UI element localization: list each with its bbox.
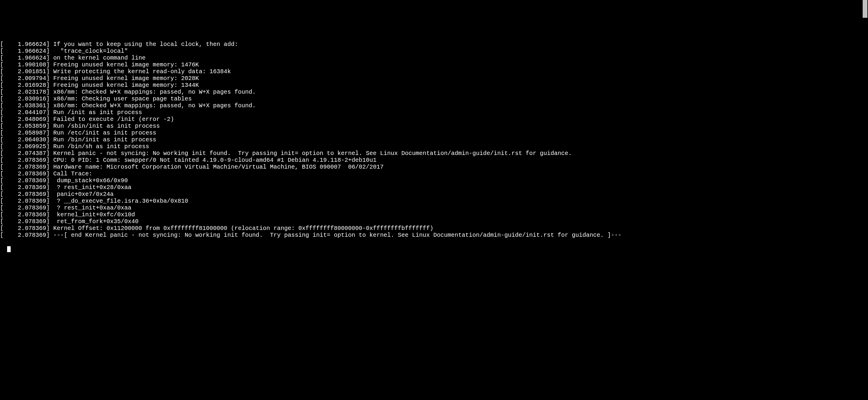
log-line: [ 2.064030] Run /bin/init as init proces… bbox=[0, 136, 868, 143]
log-line: [ 2.078369] ret_from_fork+0x35/0x40 bbox=[0, 218, 868, 225]
log-line: [ 2.009794] Freeing unused kernel image … bbox=[0, 75, 868, 82]
log-line: [ 2.078369] Kernel Offset: 0x11200000 fr… bbox=[0, 225, 868, 232]
cursor bbox=[7, 246, 11, 252]
log-line: [ 2.069925] Run /bin/sh as init process bbox=[0, 143, 868, 150]
log-line: [ 2.053859] Run /sbin/init as init proce… bbox=[0, 123, 868, 130]
log-line: [ 2.016928] Freeing unused kernel image … bbox=[0, 82, 868, 89]
log-line: [ 2.078369] ? rest_init+0xaa/0xaa bbox=[0, 204, 868, 211]
log-line: [ 2.078369] kernel_init+0xfc/0x10d bbox=[0, 211, 868, 218]
log-line: [ 2.001851] Write protecting the kernel … bbox=[0, 68, 868, 75]
log-line: [ 2.038361] x86/mm: Checked W+X mappings… bbox=[0, 102, 868, 109]
log-line: [ 2.078369] CPU: 0 PID: 1 Comm: swapper/… bbox=[0, 157, 868, 164]
log-line: [ 2.078369] dump_stack+0x66/0x90 bbox=[0, 177, 868, 184]
log-line: [ 1.990108] Freeing unused kernel image … bbox=[0, 61, 868, 68]
log-line: [ 2.078369] Hardware name: Microsoft Cor… bbox=[0, 164, 868, 170]
log-line: [ 1.966624] "trace_clock=local" bbox=[0, 48, 868, 55]
log-line: [ 2.058987] Run /etc/init as init proces… bbox=[0, 130, 868, 136]
log-line: [ 1.966624] If you want to keep using th… bbox=[0, 41, 868, 48]
log-line: [ 2.044107] Run /init as init process bbox=[0, 109, 868, 116]
log-line: [ 2.023178] x86/mm: Checked W+X mappings… bbox=[0, 89, 868, 95]
log-line: [ 2.078369] ? rest_init+0x28/0xaa bbox=[0, 184, 868, 191]
log-line: [ 2.030916] x86/mm: Checking user space … bbox=[0, 95, 868, 102]
scrollbar-thumb[interactable] bbox=[863, 0, 867, 18]
log-line: [ 2.078369] ---[ end Kernel panic - not … bbox=[0, 232, 868, 238]
log-line: [ 2.048069] Failed to execute /init (err… bbox=[0, 116, 868, 123]
log-line: [ 2.078369] ? __do_execve_file.isra.36+0… bbox=[0, 198, 868, 204]
scrollbar[interactable] bbox=[862, 0, 868, 400]
log-line: [ 2.078369] panic+0xe7/0x24a bbox=[0, 191, 868, 198]
terminal-output: [ 1.966624] If you want to keep using th… bbox=[0, 27, 868, 252]
log-line: [ 2.074387] Kernel panic - not syncing: … bbox=[0, 150, 868, 157]
log-line: [ 1.966624] on the kernel command line bbox=[0, 55, 868, 61]
log-line: [ 2.078369] Call Trace: bbox=[0, 170, 868, 177]
